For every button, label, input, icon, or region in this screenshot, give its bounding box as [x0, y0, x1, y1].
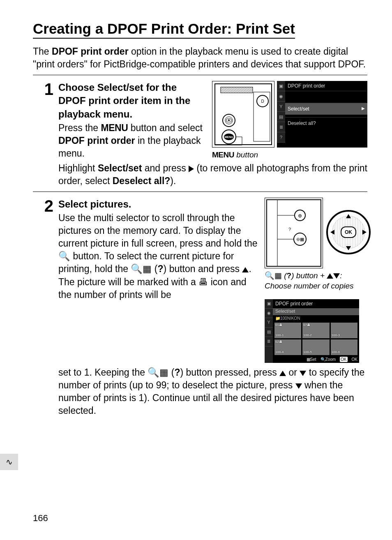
controls-illustration: ⊕ ? ⊖▦ [265, 198, 323, 268]
thumb-folder: 📁100NIKON [273, 315, 359, 323]
down-triangle-icon [295, 383, 302, 389]
camera-illustration: D MENU [212, 81, 274, 148]
divider [33, 75, 367, 75]
step1-text-2: Highlight Select/set and press (to remov… [58, 162, 367, 187]
wrench-tab-icon: Y [277, 102, 285, 112]
tab-icon: ≣ [265, 337, 273, 346]
thumbnail-cell: 07🖶100-2 [302, 323, 329, 338]
svg-text:⊖▦: ⊖▦ [296, 237, 304, 242]
divider [33, 192, 367, 192]
svg-text:MENU: MENU [225, 136, 233, 138]
step-2: 2 Select pictures. Use the multi selecto… [33, 198, 367, 363]
thumb-subtitle: Select/set [273, 308, 359, 315]
down-triangle-icon [333, 273, 340, 279]
footer-ok-label: OK [352, 357, 357, 362]
footer-ok: OK [340, 357, 347, 362]
thumbnail-cell: 100-6 [331, 339, 357, 355]
help-tab-icon: ? [277, 132, 285, 143]
down-arrow-icon [346, 246, 351, 250]
fig2-caption: 🔍▦ (?) button + : Choose number of copie… [265, 271, 367, 291]
svg-text:⊕: ⊕ [298, 213, 302, 219]
footer-set: ▦Set [307, 357, 316, 362]
step2-text: Use the multi selector to scroll through… [58, 212, 259, 301]
page-number: 166 [33, 513, 48, 524]
thumbnail-cell: 02🖶100-4 [274, 339, 301, 355]
playback-tab-icon: ▣ [277, 81, 285, 91]
zoom-in-icon: 🔍 [58, 251, 70, 261]
tab-icon: ▣ [265, 299, 273, 309]
thumbnail-cell: 100-3 [331, 323, 357, 338]
intro-paragraph: The DPOF print order option in the playb… [33, 45, 367, 71]
menu-item-deselect-all: Deselect all? [285, 117, 367, 129]
svg-text:D: D [261, 99, 264, 104]
page-title: Creating a DPOF Print Order: Print Set [33, 21, 295, 39]
step-1: 1 Choose Select/set for the DPOF print o… [33, 81, 367, 187]
step1-text: Press the MENU button and select DPOF pr… [58, 122, 206, 160]
left-arrow-icon [330, 230, 334, 235]
camera-tab-icon: ◉ [277, 91, 285, 102]
step2-text-continued: set to 1. Keeping the 🔍▦ (?) button pres… [58, 366, 366, 417]
right-arrow-icon [362, 230, 367, 235]
step1-heading: Choose Select/set for the DPOF print ord… [58, 81, 206, 121]
tab-icon: Y [265, 318, 273, 328]
svg-text:?: ? [288, 227, 291, 232]
thumbnail-screenshot: ▣ ◉ Y ▤ ≣ DPOF print order Select/set 📁1… [265, 299, 359, 363]
thumb-title: DPOF print order [273, 299, 359, 308]
footer-zoom: 🔍Zoom [321, 357, 336, 362]
menu-item-select-set: Select/set▶ [285, 103, 367, 115]
section-tab-icon: ∿ [0, 454, 18, 470]
ok-button-icon: OK [341, 226, 356, 238]
down-triangle-icon [300, 371, 306, 376]
up-triangle-icon [327, 273, 333, 279]
zoom-out-thumb-icon: 🔍▦ [131, 263, 152, 274]
svg-rect-2 [221, 87, 253, 93]
tab-icon: ◉ [265, 309, 273, 318]
menu-screenshot: ▣ ◉ Y ▤ ≣ ? DPOF print order [277, 81, 367, 148]
step2-heading: Select pictures. [58, 198, 259, 211]
zoom-out-thumb-icon: 🔍▦ [148, 367, 168, 378]
retouch-tab-icon: ▤ [277, 112, 285, 122]
step-number: 2 [33, 198, 58, 363]
svg-rect-13 [267, 200, 321, 266]
thumbnail-cell: 01🖶100-1 [274, 323, 301, 338]
up-triangle-icon [242, 267, 249, 272]
menu-title: DPOF print order [285, 81, 367, 91]
up-arrow-icon [346, 214, 351, 218]
recent-tab-icon: ≣ [277, 122, 285, 132]
fig1-caption: MENU button [212, 150, 367, 160]
tab-icon: ▤ [265, 328, 273, 337]
thumbnail-cell: 100-5 [302, 339, 329, 355]
right-triangle-icon [189, 166, 194, 172]
multi-selector-dial: OK [326, 210, 371, 254]
step-number: 1 [33, 81, 58, 187]
print-mark-icon: 🖶 [198, 277, 208, 287]
up-triangle-icon [279, 371, 286, 376]
